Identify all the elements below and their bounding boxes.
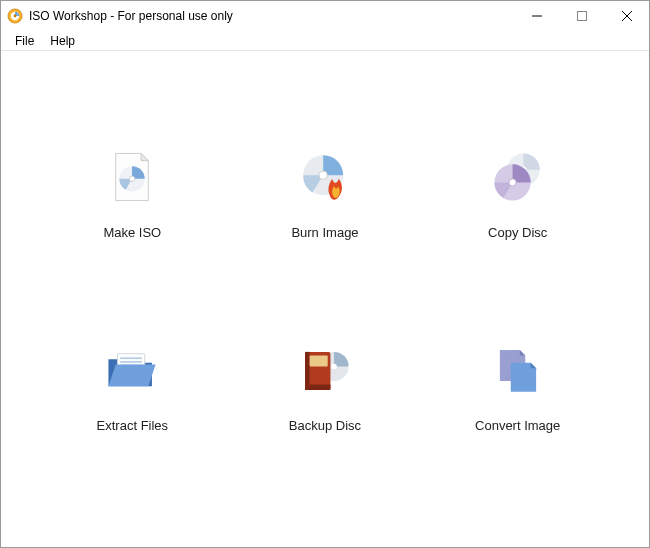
svg-point-2: [14, 15, 17, 18]
action-label: Extract Files: [97, 418, 169, 433]
action-extract-files[interactable]: Extract Files: [41, 304, 224, 467]
svg-point-10: [319, 171, 327, 179]
burn-image-icon: [293, 145, 357, 209]
svg-point-8: [130, 176, 135, 181]
svg-rect-25: [305, 385, 330, 390]
action-label: Make ISO: [103, 225, 161, 240]
maximize-button[interactable]: [559, 1, 604, 30]
action-backup-disc[interactable]: Backup Disc: [234, 304, 417, 467]
svg-rect-4: [577, 11, 586, 20]
action-label: Backup Disc: [289, 418, 361, 433]
svg-rect-23: [305, 352, 310, 390]
window-controls: [514, 1, 649, 31]
content-area: Make ISO Burn Image: [1, 51, 649, 547]
menu-file[interactable]: File: [7, 32, 42, 50]
action-convert-image[interactable]: Convert Image: [426, 304, 609, 467]
action-make-iso[interactable]: Make ISO: [41, 111, 224, 274]
close-button[interactable]: [604, 1, 649, 30]
action-burn-image[interactable]: Burn Image: [234, 111, 417, 274]
svg-point-21: [331, 364, 336, 369]
action-copy-disc[interactable]: Copy Disc: [426, 111, 609, 274]
svg-point-14: [509, 179, 516, 186]
svg-rect-16: [121, 357, 143, 359]
action-label: Convert Image: [475, 418, 560, 433]
window-title: ISO Workshop - For personal use only: [29, 9, 514, 23]
svg-rect-17: [121, 361, 143, 363]
menu-help[interactable]: Help: [42, 32, 83, 50]
backup-disc-icon: [293, 338, 357, 402]
convert-image-icon: [486, 338, 550, 402]
titlebar: ISO Workshop - For personal use only: [1, 1, 649, 31]
make-iso-icon: [100, 145, 164, 209]
extract-files-icon: [100, 338, 164, 402]
action-label: Burn Image: [291, 225, 358, 240]
menubar: File Help: [1, 31, 649, 51]
app-icon: [7, 8, 23, 24]
svg-rect-24: [310, 356, 328, 367]
copy-disc-icon: [486, 145, 550, 209]
action-label: Copy Disc: [488, 225, 547, 240]
minimize-button[interactable]: [514, 1, 559, 30]
